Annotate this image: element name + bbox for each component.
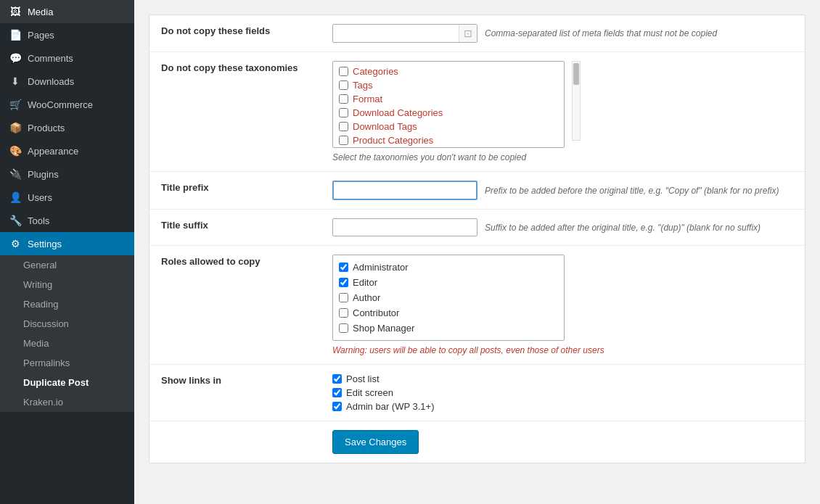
sidebar-item-comments[interactable]: 💬Comments [0, 46, 134, 70]
title-suffix-input[interactable] [332, 218, 477, 236]
taxonomy-checkbox-product-categories[interactable] [339, 136, 348, 145]
submenu-item-discussion[interactable]: Discussion [0, 314, 134, 334]
role-option-contributor[interactable]: Contributor [339, 305, 558, 321]
show-links-label: Show links in [161, 373, 321, 386]
show-links-checkbox-edit-screen[interactable] [332, 388, 342, 397]
main-content: Do not copy these fields ⊡ Comma-separat… [134, 0, 820, 504]
title-prefix-row: Title prefix Prefix to be added before t… [149, 172, 805, 210]
save-changes-row: Save Changes [149, 421, 805, 463]
sidebar-item-tools[interactable]: 🔧Tools [0, 209, 134, 232]
taxonomy-option-tags[interactable]: Tags [336, 78, 561, 92]
show-links-option-post-list[interactable]: Post list [332, 373, 793, 384]
submenu-item-media[interactable]: Media [0, 334, 134, 353]
title-prefix-label: Title prefix [161, 181, 321, 193]
do-not-copy-fields-hint: Comma-separated list of meta fields that… [485, 28, 717, 38]
woocommerce-icon: 🛒 [9, 99, 22, 110]
role-option-author[interactable]: Author [339, 290, 558, 305]
title-suffix-control: Suffix to be added after the original ti… [332, 218, 793, 236]
show-links-row: Show links in Post listEdit screenAdmin … [149, 365, 805, 421]
show-links-checkbox-post-list[interactable] [332, 374, 342, 384]
role-option-administrator[interactable]: Administrator [339, 260, 558, 275]
taxonomy-checkbox-download-categories[interactable] [339, 108, 348, 117]
users-icon: 👤 [9, 191, 22, 203]
comments-icon: 💬 [9, 52, 22, 64]
sidebar-item-label: Plugins [28, 169, 59, 180]
sidebar-item-woocommerce[interactable]: 🛒WooCommerce [0, 93, 134, 116]
copy-fields-icon: ⊡ [459, 25, 477, 42]
sidebar-item-label: Settings [28, 239, 62, 249]
sidebar-item-label: Comments [28, 53, 73, 64]
sidebar-item-label: Tools [28, 215, 49, 226]
title-suffix-hint: Suffix to be added after the original ti… [485, 223, 760, 233]
do-not-copy-fields-input[interactable] [333, 25, 459, 42]
role-checkbox-author[interactable] [339, 293, 348, 302]
do-not-copy-fields-input-wrapper: ⊡ [332, 24, 477, 43]
media-icon: 🖼 [9, 6, 22, 17]
taxonomy-checkbox-categories[interactable] [339, 67, 348, 76]
role-checkbox-contributor[interactable] [339, 308, 348, 318]
submenu-item-general[interactable]: General [0, 255, 134, 275]
roles-listbox: AdministratorEditorAuthorContributorShop… [332, 255, 565, 341]
taxonomy-option-download-categories[interactable]: Download Categories [336, 106, 561, 120]
show-links-control: Post listEdit screenAdmin bar (WP 3.1+) [332, 373, 793, 412]
submenu-item-reading[interactable]: Reading [0, 294, 134, 314]
sidebar-item-users[interactable]: 👤Users [0, 186, 134, 209]
submenu-item-kraken[interactable]: Kraken.io [0, 392, 134, 412]
sidebar-item-pages[interactable]: 📄Pages [0, 23, 134, 46]
taxonomy-checkbox-tags[interactable] [339, 80, 348, 90]
title-prefix-control: Prefix to be added before the original t… [332, 181, 793, 200]
taxonomy-option-product-categories[interactable]: Product Categories [336, 133, 561, 147]
sidebar-item-downloads[interactable]: ⬇Downloads [0, 70, 134, 93]
taxonomy-listbox[interactable]: CategoriesTagsFormatDownload CategoriesD… [332, 61, 565, 148]
scrollbar [572, 61, 581, 141]
show-links-checkbox-admin-bar[interactable] [332, 402, 342, 411]
sidebar-item-products[interactable]: 📦Products [0, 116, 134, 139]
sidebar: 🖼Media📄Pages💬Comments⬇Downloads🛒WooComme… [0, 0, 134, 504]
pages-icon: 📄 [9, 29, 22, 41]
taxonomy-option-download-tags[interactable]: Download Tags [336, 120, 561, 133]
sidebar-item-label: Products [28, 123, 65, 133]
title-prefix-input-row: Prefix to be added before the original t… [332, 181, 793, 200]
submenu-item-writing[interactable]: Writing [0, 275, 134, 294]
sidebar-item-label: WooCommerce [28, 99, 93, 110]
plugins-icon: 🔌 [9, 168, 22, 180]
settings-icon: ⚙ [9, 238, 22, 249]
taxonomy-option-format[interactable]: Format [336, 92, 561, 106]
taxonomy-option-categories[interactable]: Categories [336, 65, 561, 78]
save-button-wrapper: Save Changes [332, 430, 793, 454]
role-checkbox-administrator[interactable] [339, 263, 348, 272]
role-checkbox-shop-manager[interactable] [339, 323, 348, 333]
save-changes-button[interactable]: Save Changes [332, 430, 419, 454]
sidebar-item-settings[interactable]: ⚙Settings [0, 232, 134, 255]
do-not-copy-fields-input-row: ⊡ Comma-separated list of meta fields th… [332, 24, 793, 43]
role-option-editor[interactable]: Editor [339, 275, 558, 290]
roles-allowed-row: Roles allowed to copy AdministratorEdito… [149, 246, 805, 365]
title-prefix-hint: Prefix to be added before the original t… [485, 186, 779, 196]
sidebar-item-appearance[interactable]: 🎨Appearance [0, 139, 134, 162]
show-links-section: Post listEdit screenAdmin bar (WP 3.1+) [332, 373, 793, 412]
downloads-icon: ⬇ [9, 75, 22, 87]
taxonomy-checkbox-format[interactable] [339, 94, 348, 104]
do-not-copy-fields-label: Do not copy these fields [161, 24, 321, 36]
roles-hint: Warning: users will be able to copy all … [332, 345, 793, 355]
title-prefix-input[interactable] [332, 181, 477, 200]
sidebar-item-label: Downloads [28, 76, 74, 87]
title-suffix-row: Title suffix Suffix to be added after th… [149, 210, 805, 246]
submenu-item-duplicate-post[interactable]: Duplicate Post [0, 373, 134, 392]
sidebar-item-label: Pages [28, 30, 54, 41]
save-label-spacer [161, 430, 321, 431]
appearance-icon: 🎨 [9, 145, 22, 157]
roles-allowed-control: AdministratorEditorAuthorContributorShop… [332, 255, 793, 355]
taxonomy-checkbox-download-tags[interactable] [339, 122, 348, 131]
show-links-option-edit-screen[interactable]: Edit screen [332, 387, 793, 398]
role-checkbox-editor[interactable] [339, 278, 348, 287]
do-not-copy-taxonomies-row: Do not copy these taxonomies CategoriesT… [149, 52, 805, 172]
show-links-option-admin-bar[interactable]: Admin bar (WP 3.1+) [332, 401, 793, 412]
role-option-shop-manager[interactable]: Shop Manager [339, 321, 558, 336]
taxonomies-hint: Select the taxonomies you don't want to … [332, 152, 793, 162]
sidebar-item-label: Media [28, 7, 53, 17]
submenu-item-permalinks[interactable]: Permalinks [0, 353, 134, 373]
sidebar-item-media[interactable]: 🖼Media [0, 0, 134, 23]
do-not-copy-taxonomies-control: CategoriesTagsFormatDownload CategoriesD… [332, 61, 793, 162]
sidebar-item-plugins[interactable]: 🔌Plugins [0, 162, 134, 186]
